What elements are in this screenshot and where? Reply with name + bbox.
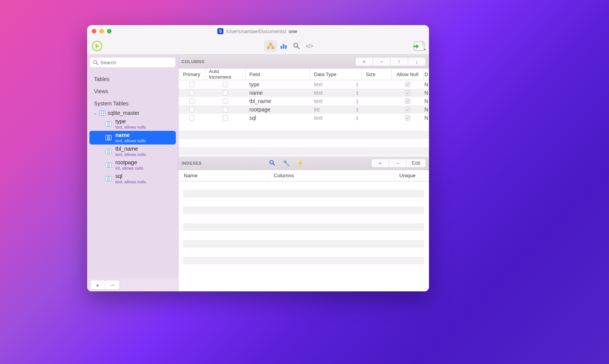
columns-table-header: Primary Auto Increment Field Data Type S… <box>179 68 429 80</box>
main-panel: COLUMNS + − ↑ ↓ Primary Auto Increment F… <box>179 55 429 291</box>
sidebar-table-sqlite-master[interactable]: ⌄ sqlite_master <box>87 109 178 117</box>
sidebar-column-name: tbl_name <box>115 146 146 152</box>
auto-increment-checkbox[interactable] <box>223 82 228 87</box>
allow-null-checkbox[interactable]: ✓ <box>405 90 410 95</box>
sidebar-table-label: sqlite_master <box>108 110 139 116</box>
auto-increment-checkbox[interactable] <box>223 115 228 121</box>
magnifier-icon <box>293 42 300 50</box>
sidebar-column-sql[interactable]: sql text, allows nulls <box>87 172 178 186</box>
column-row[interactable]: rootpage int▴▾ ✓ N <box>179 105 429 114</box>
sidebar-column-name: sql <box>115 173 146 180</box>
primary-checkbox[interactable] <box>189 82 194 87</box>
close-window-button[interactable] <box>92 29 96 33</box>
sidebar-section-views[interactable]: Views <box>87 84 178 97</box>
minimize-window-button[interactable] <box>99 29 104 33</box>
allow-null-checkbox[interactable]: ✓ <box>405 82 410 87</box>
sql-view-button[interactable]: </> <box>303 40 316 52</box>
export-button[interactable]: ▾ <box>414 41 424 51</box>
sidebar-column-sub: text, allows nulls <box>115 152 146 157</box>
zoom-window-button[interactable] <box>107 29 112 33</box>
indexes-panel-title: INDEXES <box>182 161 202 165</box>
remove-index-button[interactable]: − <box>389 159 407 167</box>
data-type-select[interactable]: text▴▾ <box>314 81 358 87</box>
data-view-button[interactable] <box>277 40 290 52</box>
run-button[interactable] <box>92 41 102 51</box>
primary-checkbox[interactable] <box>189 90 194 95</box>
data-type-select[interactable]: text▴▾ <box>314 98 358 104</box>
header-size[interactable]: Size <box>362 68 392 80</box>
empty-row <box>183 190 424 197</box>
header-default[interactable]: D <box>424 68 429 80</box>
column-row[interactable]: sql text▴▾ ✓ N <box>179 114 429 122</box>
header-allow-null[interactable]: Allow Null <box>392 68 424 80</box>
bolt-icon[interactable]: ⚡ <box>297 160 303 167</box>
column-row[interactable]: type text▴▾ ✓ N <box>179 80 429 89</box>
column-icon <box>105 176 112 181</box>
wrench-icon[interactable]: 🔧 <box>283 160 290 167</box>
sidebar-column-name[interactable]: name text, allows nulls <box>89 131 176 145</box>
auto-increment-checkbox[interactable] <box>223 90 228 95</box>
header-auto-increment[interactable]: Auto Increment <box>205 68 246 80</box>
data-type-select[interactable]: text▴▾ <box>314 90 358 96</box>
sidebar-column-name: name <box>115 132 146 138</box>
chevron-down-icon[interactable]: ⌄ <box>92 111 97 116</box>
column-icon <box>105 135 112 140</box>
data-type-select[interactable]: text▴▾ <box>314 115 358 121</box>
sidebar-column-type[interactable]: type text, allows nulls <box>87 117 178 131</box>
sidebar-section-tables[interactable]: Tables <box>87 72 178 84</box>
chart-icon <box>280 43 287 49</box>
header-index-unique[interactable]: Unique <box>394 173 429 178</box>
remove-column-button[interactable]: − <box>373 57 391 66</box>
data-type-select[interactable]: int▴▾ <box>314 106 358 113</box>
toolbar: </> ▾ <box>87 37 429 55</box>
columns-table-body: type text▴▾ ✓ N name text▴▾ ✓ N tbl_name… <box>179 80 429 122</box>
primary-checkbox[interactable] <box>189 115 194 121</box>
column-icon <box>105 162 112 168</box>
header-primary[interactable]: Primary <box>179 68 205 80</box>
svg-rect-26 <box>108 149 110 154</box>
column-row[interactable]: name text▴▾ ✓ N <box>179 89 429 97</box>
indexes-table-body <box>179 181 429 291</box>
svg-rect-3 <box>281 46 282 49</box>
field-name: rootpage <box>249 106 270 113</box>
more-button[interactable]: ⋯ <box>105 280 120 289</box>
move-down-button[interactable]: ↓ <box>408 57 426 66</box>
svg-rect-10 <box>100 111 105 116</box>
sidebar-column-tbl_name[interactable]: tbl_name text, allows nulls <box>87 145 178 158</box>
auto-increment-checkbox[interactable] <box>223 107 228 112</box>
svg-rect-2 <box>272 47 274 49</box>
empty-row <box>183 257 424 264</box>
header-field[interactable]: Field <box>246 68 310 80</box>
edit-index-button[interactable]: Edit <box>407 159 426 167</box>
header-data-type[interactable]: Data Type <box>310 68 362 80</box>
allow-null-checkbox[interactable]: ✓ <box>405 99 410 104</box>
auto-increment-checkbox[interactable] <box>223 99 228 104</box>
primary-checkbox[interactable] <box>189 107 194 112</box>
header-index-columns[interactable]: Columns <box>268 173 394 178</box>
header-index-name[interactable]: Name <box>179 173 268 178</box>
primary-checkbox[interactable] <box>189 99 194 104</box>
magnifier-icon[interactable] <box>269 160 276 167</box>
indexes-center-icons: 🔧 ⚡ <box>202 160 371 167</box>
sidebar-column-sub: text, allows nulls <box>115 138 146 143</box>
add-column-button[interactable]: + <box>356 57 373 66</box>
sidebar-footer: + ⋯ <box>87 278 178 291</box>
allow-null-checkbox[interactable]: ✓ <box>405 107 410 112</box>
search-input[interactable] <box>100 60 172 65</box>
search-field[interactable] <box>89 57 176 68</box>
move-up-button[interactable]: ↑ <box>391 57 408 66</box>
allow-null-checkbox[interactable]: ✓ <box>405 115 410 121</box>
sidebar-column-rootpage[interactable]: rootpage int, allows nulls <box>87 158 178 172</box>
chevron-down-icon: ▾ <box>424 48 426 51</box>
field-name: type <box>249 81 259 87</box>
field-name: sql <box>249 115 256 121</box>
add-button[interactable]: + <box>91 280 105 289</box>
svg-rect-0 <box>269 43 272 45</box>
svg-rect-1 <box>267 47 269 49</box>
search-view-button[interactable] <box>290 40 303 52</box>
add-index-button[interactable]: + <box>371 159 389 167</box>
column-row[interactable]: tbl_name text▴▾ ✓ N <box>179 97 429 105</box>
search-icon <box>93 60 98 65</box>
sidebar-section-system-tables[interactable]: System Tables <box>87 97 178 109</box>
structure-view-button[interactable] <box>264 40 277 52</box>
